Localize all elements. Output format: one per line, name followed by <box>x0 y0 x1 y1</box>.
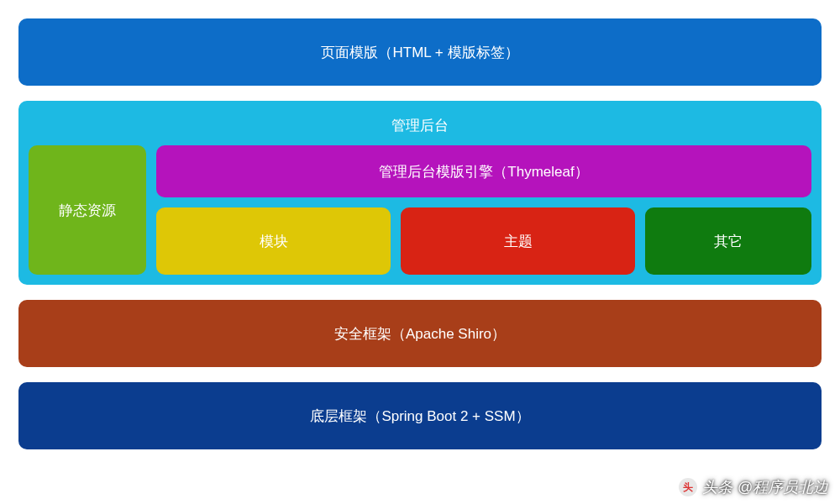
layer-label: 页面模版（HTML + 模版标签） <box>321 43 518 62</box>
block-template-engine: 管理后台模版引擎（Thymeleaf） <box>156 145 811 197</box>
layer-label: 安全框架（Apache Shiro） <box>334 324 506 344</box>
block-label: 管理后台模版引擎（Thymeleaf） <box>379 162 588 181</box>
layer-page-template: 页面模版（HTML + 模版标签） <box>18 18 822 86</box>
admin-right-column: 管理后台模版引擎（Thymeleaf） 模块 主题 其它 <box>156 145 811 275</box>
admin-body: 静态资源 管理后台模版引擎（Thymeleaf） 模块 主题 其它 <box>29 145 811 275</box>
toutiao-icon: 头 <box>679 478 697 496</box>
block-static-resources: 静态资源 <box>29 145 146 275</box>
block-label: 其它 <box>714 232 743 251</box>
layer-security-framework: 安全框架（Apache Shiro） <box>18 300 822 367</box>
block-label: 静态资源 <box>59 201 116 220</box>
block-label: 模块 <box>260 232 288 251</box>
admin-title: 管理后台 <box>29 111 811 145</box>
block-theme: 主题 <box>401 207 635 275</box>
architecture-diagram: 页面模版（HTML + 模版标签） 管理后台 静态资源 管理后台模版引擎（Thy… <box>18 18 822 449</box>
block-label: 主题 <box>504 232 533 251</box>
layer-base-framework: 底层框架（Spring Boot 2 + SSM） <box>18 382 822 449</box>
block-module: 模块 <box>156 207 391 275</box>
watermark-prefix: 头条 <box>702 477 732 497</box>
watermark-author: @程序员北边 <box>738 477 828 497</box>
block-other: 其它 <box>645 207 811 275</box>
admin-sub-row: 模块 主题 其它 <box>156 207 811 275</box>
watermark: 头 头条 @程序员北边 <box>679 477 828 497</box>
layer-admin-backend: 管理后台 静态资源 管理后台模版引擎（Thymeleaf） 模块 主题 其它 <box>18 101 822 285</box>
layer-label: 底层框架（Spring Boot 2 + SSM） <box>310 407 529 426</box>
